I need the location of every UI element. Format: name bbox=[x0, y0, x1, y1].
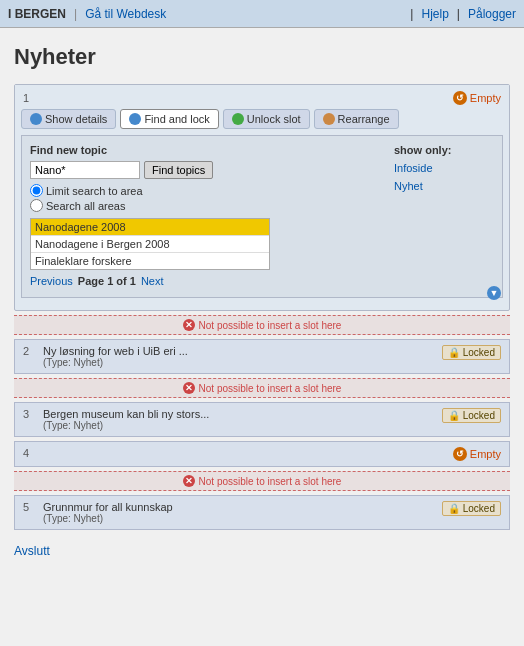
slot-2-content: Ny løsning for web i UiB eri ... (Type: … bbox=[43, 345, 442, 368]
lock-icon-3: 🔒 bbox=[448, 410, 460, 421]
slot-2-number: 2 bbox=[23, 345, 39, 357]
result-row-3[interactable]: Finaleklare forskere bbox=[31, 253, 269, 269]
slot-3-number: 3 bbox=[23, 408, 39, 420]
pagination-info: Page 1 of 1 bbox=[78, 275, 136, 287]
page-title: Nyheter bbox=[14, 44, 510, 70]
not-possible-text-1: Not possible to insert a slot here bbox=[199, 320, 342, 331]
tab-rearrange[interactable]: Rearrange bbox=[314, 109, 399, 129]
slot-1-empty-label: Empty bbox=[470, 92, 501, 104]
slot-2-locked-badge: 🔒 Locked bbox=[442, 345, 501, 360]
result-row-1[interactable]: Nanodagene 2008 bbox=[31, 219, 269, 236]
avslutt-link[interactable]: Avslutt bbox=[14, 544, 50, 558]
slot-5-number: 5 bbox=[23, 501, 39, 513]
slot-1-number: 1 bbox=[23, 92, 29, 104]
slot-2-row: 2 Ny løsning for web i UiB eri ... (Type… bbox=[14, 339, 510, 374]
slot-5-locked-badge: 🔒 Locked bbox=[442, 501, 501, 516]
slot-4-badge: ↺ Empty bbox=[453, 447, 501, 461]
tab-rearrange-label: Rearrange bbox=[338, 113, 390, 125]
radio-all-label: Search all areas bbox=[46, 200, 126, 212]
find-right: show only: Infoside Nyhet bbox=[394, 144, 494, 289]
find-topic-input[interactable] bbox=[30, 161, 140, 179]
tab-bar: Show details Find and lock Unlock slot R… bbox=[15, 109, 509, 135]
slot-5-content: Grunnmur for all kunnskap (Type: Nyhet) bbox=[43, 501, 442, 524]
find-left: Find new topic Find topics Limit search … bbox=[30, 144, 382, 289]
slot-5-row: 5 Grunnmur for all kunnskap (Type: Nyhet… bbox=[14, 495, 510, 530]
slot-5-type: (Type: Nyhet) bbox=[43, 513, 442, 524]
lock-icon-5: 🔒 bbox=[448, 503, 460, 514]
slot-3-title: Bergen museum kan bli ny stors... bbox=[43, 408, 442, 420]
tab-find-and-lock-label: Find and lock bbox=[144, 113, 209, 125]
slot-1-header: 1 ↺ Empty bbox=[15, 85, 509, 109]
result-row-2[interactable]: Nanodagene i Bergen 2008 bbox=[31, 236, 269, 253]
slot-3-badge: 🔒 Locked bbox=[442, 408, 501, 423]
slot-2-type: (Type: Nyhet) bbox=[43, 357, 442, 368]
separator: | bbox=[74, 7, 77, 21]
radio-all-row: Search all areas bbox=[30, 199, 382, 212]
lock-icon-2: 🔒 bbox=[448, 347, 460, 358]
not-possible-bar-2: ✕ Not possible to insert a slot here bbox=[14, 378, 510, 398]
find-topic-title: Find new topic bbox=[30, 144, 382, 156]
slot-4-empty-icon: ↺ bbox=[453, 447, 467, 461]
tab-unlock-slot-label: Unlock slot bbox=[247, 113, 301, 125]
slot-4-empty-label: Empty bbox=[470, 448, 501, 460]
results-table: Nanodagene 2008 Nanodagene i Bergen 2008… bbox=[30, 218, 270, 270]
top-bar: I BERGEN | Gå til Webdesk | Hjelp | Pålo… bbox=[0, 0, 524, 28]
unlock-icon bbox=[232, 113, 244, 125]
webdesk-link[interactable]: Gå til Webdesk bbox=[85, 7, 166, 21]
help-link[interactable]: Hjelp bbox=[421, 7, 448, 21]
tab-find-and-lock[interactable]: Find and lock bbox=[120, 109, 218, 129]
pagination: Previous Page 1 of 1 Next bbox=[30, 275, 382, 289]
slot-3-content: Bergen museum kan bli ny stors... (Type:… bbox=[43, 408, 442, 431]
login-link[interactable]: Pålogger bbox=[468, 7, 516, 21]
not-possible-bar-1: ✕ Not possible to insert a slot here bbox=[14, 315, 510, 335]
show-only-infoside[interactable]: Infoside bbox=[394, 160, 494, 178]
radio-limit-label: Limit search to area bbox=[46, 185, 143, 197]
next-page-link[interactable]: Next bbox=[141, 275, 164, 287]
not-possible-text-2: Not possible to insert a slot here bbox=[199, 383, 342, 394]
slot-3-type: (Type: Nyhet) bbox=[43, 420, 442, 431]
show-only-title: show only: bbox=[394, 144, 494, 156]
empty-icon: ↺ bbox=[453, 91, 467, 105]
slot-3-locked-badge: 🔒 Locked bbox=[442, 408, 501, 423]
not-possible-icon-3: ✕ bbox=[183, 475, 195, 487]
slot-4-row: 4 ↺ Empty bbox=[14, 441, 510, 467]
slot-3-row: 3 Bergen museum kan bli ny stors... (Typ… bbox=[14, 402, 510, 437]
find-input-row: Find topics bbox=[30, 161, 382, 179]
radio-limit-row: Limit search to area bbox=[30, 184, 382, 197]
not-possible-bar-3: ✕ Not possible to insert a slot here bbox=[14, 471, 510, 491]
slot-5-title: Grunnmur for all kunnskap bbox=[43, 501, 442, 513]
show-details-icon bbox=[30, 113, 42, 125]
tab-show-details-label: Show details bbox=[45, 113, 107, 125]
separator3: | bbox=[457, 7, 460, 21]
radio-limit[interactable] bbox=[30, 184, 43, 197]
show-only-links: Infoside Nyhet bbox=[394, 160, 494, 195]
page-body: Nyheter 1 ↺ Empty Show details Find and … bbox=[0, 28, 524, 646]
scroll-down-arrow[interactable]: ▼ bbox=[487, 286, 501, 300]
slot-1-empty-badge: ↺ Empty bbox=[453, 91, 501, 105]
slot-2-locked-label: Locked bbox=[463, 347, 495, 358]
find-topic-panel: Find new topic Find topics Limit search … bbox=[21, 135, 503, 298]
rearrange-icon bbox=[323, 113, 335, 125]
brand-label: I BERGEN bbox=[8, 7, 66, 21]
slot-4-number: 4 bbox=[23, 447, 39, 459]
slot-5-locked-label: Locked bbox=[463, 503, 495, 514]
radio-all[interactable] bbox=[30, 199, 43, 212]
not-possible-text-3: Not possible to insert a slot here bbox=[199, 476, 342, 487]
find-lock-icon bbox=[129, 113, 141, 125]
top-bar-left: I BERGEN | Gå til Webdesk bbox=[8, 7, 166, 21]
tab-unlock-slot[interactable]: Unlock slot bbox=[223, 109, 310, 129]
separator2: | bbox=[410, 7, 413, 21]
not-possible-icon-2: ✕ bbox=[183, 382, 195, 394]
slot-3-locked-label: Locked bbox=[463, 410, 495, 421]
scroll-arrow-area: ▼ bbox=[15, 304, 509, 310]
top-bar-right: | Hjelp | Pålogger bbox=[410, 7, 516, 21]
tab-show-details[interactable]: Show details bbox=[21, 109, 116, 129]
slot-2-badge: 🔒 Locked bbox=[442, 345, 501, 360]
show-only-nyhet[interactable]: Nyhet bbox=[394, 178, 494, 196]
slot-5-badge: 🔒 Locked bbox=[442, 501, 501, 516]
prev-page-link[interactable]: Previous bbox=[30, 275, 73, 287]
slot-2-title: Ny løsning for web i UiB eri ... bbox=[43, 345, 442, 357]
slot-1-card: 1 ↺ Empty Show details Find and lock Unl… bbox=[14, 84, 510, 311]
find-topics-button[interactable]: Find topics bbox=[144, 161, 213, 179]
not-possible-icon-1: ✕ bbox=[183, 319, 195, 331]
